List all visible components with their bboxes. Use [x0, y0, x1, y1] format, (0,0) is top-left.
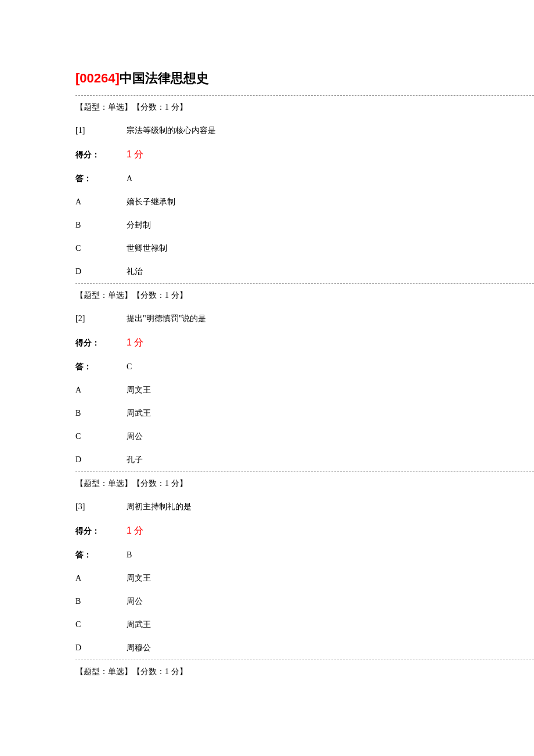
option-text: 嫡长子继承制: [127, 197, 459, 207]
question-block: 【题型：单选】【分数：1 分】 [2] 提出"明德慎罚"说的是 得分： 1 分 …: [75, 284, 459, 471]
question-row: [2] 提出"明德慎罚"说的是: [75, 307, 459, 330]
question-row: [1] 宗法等级制的核心内容是: [75, 119, 459, 142]
answer-value: C: [127, 362, 459, 372]
question-number: [1]: [75, 126, 127, 135]
option-key: A: [75, 574, 127, 583]
question-row: [3] 周初主持制礼的是: [75, 495, 459, 519]
option-text: 周公: [127, 431, 459, 442]
score-row: 得分： 1 分: [75, 330, 459, 355]
score-label: 得分：: [75, 150, 127, 160]
question-text: 提出"明德慎罚"说的是: [127, 314, 459, 324]
option-key: C: [75, 432, 127, 441]
answer-label: 答：: [75, 550, 127, 560]
option-key: A: [75, 197, 127, 207]
option-text: 礼治: [127, 267, 459, 277]
question-block: 【题型：单选】【分数：1 分】 [3] 周初主持制礼的是 得分： 1 分 答： …: [75, 472, 459, 660]
option-key: D: [75, 455, 127, 465]
score-value: 1 分: [127, 525, 459, 537]
question-block: 【题型：单选】【分数：1 分】 [1] 宗法等级制的核心内容是 得分： 1 分 …: [75, 96, 459, 283]
option-text: 周武王: [127, 408, 459, 419]
document-title: [00264]中国法律思想史: [75, 70, 459, 87]
title-text: 中国法律思想史: [120, 71, 209, 85]
answer-row: 答： B: [75, 543, 459, 567]
score-label: 得分：: [75, 526, 127, 537]
option-text: 周公: [127, 596, 459, 607]
option-key: D: [75, 643, 127, 653]
option-row: C 周公: [75, 425, 459, 448]
option-key: A: [75, 386, 127, 395]
answer-value: B: [127, 550, 459, 560]
answer-label: 答：: [75, 362, 127, 372]
option-key: C: [75, 244, 127, 253]
option-row: D 礼治: [75, 260, 459, 283]
option-row: C 周武王: [75, 613, 459, 636]
option-row: A 周文王: [75, 567, 459, 590]
option-row: D 周穆公: [75, 636, 459, 660]
option-row: C 世卿世禄制: [75, 237, 459, 260]
option-key: B: [75, 221, 127, 230]
option-row: D 孔子: [75, 448, 459, 471]
option-text: 分封制: [127, 220, 459, 231]
option-key: B: [75, 597, 127, 606]
answer-label: 答：: [75, 174, 127, 184]
answer-value: A: [127, 174, 459, 183]
option-row: B 分封制: [75, 214, 459, 237]
question-number: [2]: [75, 314, 127, 323]
option-key: B: [75, 409, 127, 418]
answer-row: 答： C: [75, 355, 459, 379]
option-text: 周武王: [127, 620, 459, 630]
question-meta: 【题型：单选】【分数：1 分】: [75, 472, 459, 495]
question-meta: 【题型：单选】【分数：1 分】: [75, 660, 459, 683]
option-row: B 周公: [75, 590, 459, 613]
option-text: 世卿世禄制: [127, 243, 459, 254]
score-row: 得分： 1 分: [75, 142, 459, 167]
score-value: 1 分: [127, 337, 459, 349]
question-text: 宗法等级制的核心内容是: [127, 125, 459, 136]
option-text: 周文王: [127, 573, 459, 584]
option-key: D: [75, 267, 127, 276]
answer-row: 答： A: [75, 167, 459, 190]
question-meta: 【题型：单选】【分数：1 分】: [75, 96, 459, 119]
question-number: [3]: [75, 502, 127, 512]
score-row: 得分： 1 分: [75, 519, 459, 543]
option-row: A 周文王: [75, 379, 459, 402]
option-text: 周穆公: [127, 643, 459, 653]
option-text: 周文王: [127, 385, 459, 395]
option-row: B 周武王: [75, 402, 459, 425]
score-label: 得分：: [75, 338, 127, 348]
option-row: A 嫡长子继承制: [75, 190, 459, 214]
title-code: [00264]: [75, 71, 120, 85]
question-text: 周初主持制礼的是: [127, 502, 459, 512]
question-block: 【题型：单选】【分数：1 分】: [75, 660, 459, 683]
question-meta: 【题型：单选】【分数：1 分】: [75, 284, 459, 307]
option-text: 孔子: [127, 455, 459, 465]
option-key: C: [75, 620, 127, 629]
score-value: 1 分: [127, 149, 459, 161]
